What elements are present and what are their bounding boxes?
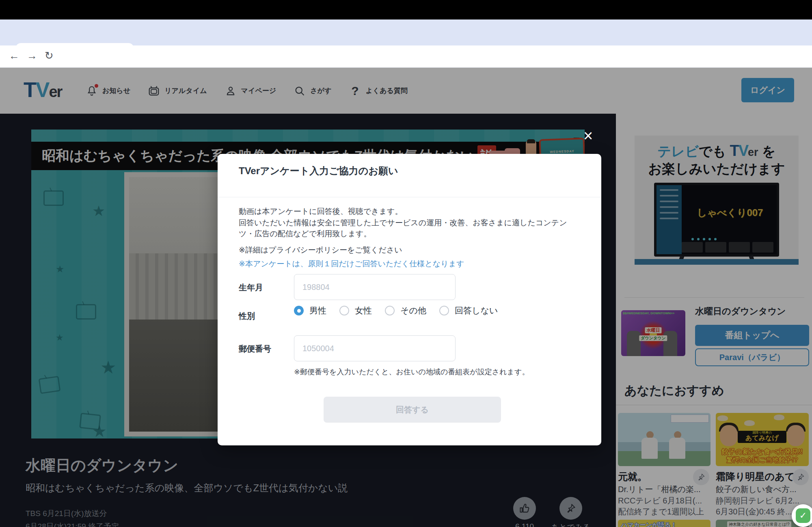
modal-paragraph: 動画は本アンケートに回答後、視聴できます。 xyxy=(239,206,580,217)
adblock-badge[interactable]: ✓ xyxy=(792,504,812,527)
tab-strip: TV 昭和はむちゃくちゃだった系の映 × + xyxy=(0,19,812,45)
modal-title: TVerアンケート入力ご協力のお願い xyxy=(239,164,398,177)
back-icon[interactable]: ← xyxy=(9,50,19,61)
radio-male[interactable] xyxy=(294,306,304,315)
postal-label: 郵便番号 xyxy=(239,343,271,354)
once-note[interactable]: ※本アンケートは、原則１回だけご回答いただく仕様となります xyxy=(239,259,464,269)
radio-female[interactable] xyxy=(339,306,349,315)
system-top-bar xyxy=(0,0,812,19)
survey-modal: TVerアンケート入力ご協力のお願い 動画は本アンケートに回答後、視聴できます。… xyxy=(218,154,601,445)
modal-close-icon[interactable]: × xyxy=(583,127,593,144)
radio-no-answer[interactable] xyxy=(439,306,449,315)
gender-radio-group: 男性 女性 その他 回答しない xyxy=(294,305,505,316)
birth-label: 生年月 xyxy=(239,282,263,293)
browser-toolbar: ← → ↻ tver.jp/episodes/epyqp49kmt ゲスト ⋮ xyxy=(0,45,812,68)
screen: TV 昭和はむちゃくちゃだった系の映 × + ← → ↻ tver.jp/epi… xyxy=(0,0,812,527)
submit-button[interactable]: 回答する xyxy=(324,397,501,423)
birth-input[interactable] xyxy=(294,274,456,300)
forward-icon[interactable]: → xyxy=(27,50,37,61)
privacy-note: ※詳細はプライバシーポリシーをご覧ください xyxy=(239,245,402,255)
postal-input[interactable] xyxy=(294,335,456,361)
reload-icon[interactable]: ↻ xyxy=(45,50,54,61)
modal-paragraph: 回答いただいた情報は安全に管理した上でサービスの運用・改善、お客さまに適したコン… xyxy=(239,217,580,239)
shield-check-icon: ✓ xyxy=(796,508,810,523)
radio-other[interactable] xyxy=(385,306,395,315)
postal-note: ※郵便番号を入力いただくと、お住いの地域の番組表が設定されます。 xyxy=(294,367,529,377)
gender-label: 性別 xyxy=(239,311,255,322)
divider xyxy=(218,197,601,197)
